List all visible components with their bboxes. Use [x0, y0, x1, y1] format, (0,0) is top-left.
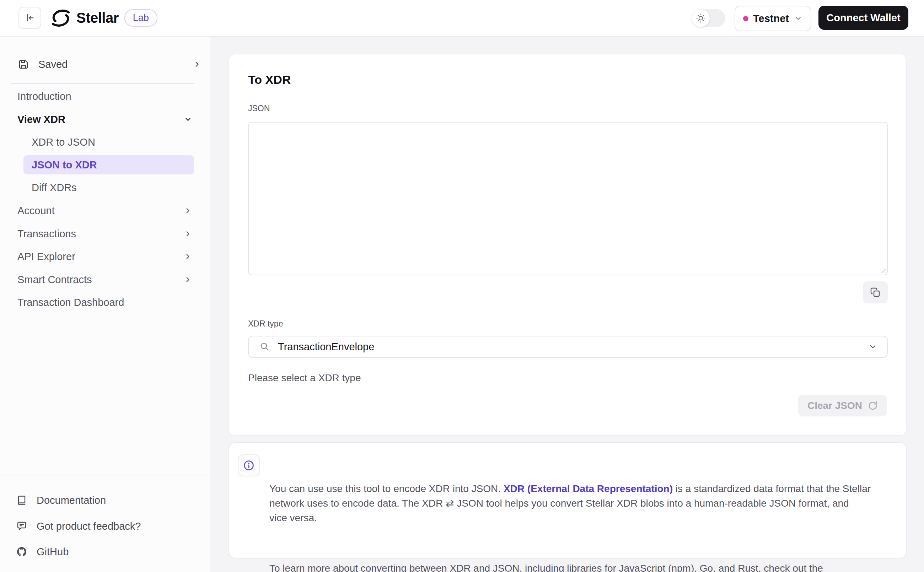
- brand[interactable]: Stellar Lab: [51, 0, 157, 36]
- sidebar-link-feedback[interactable]: Got product feedback?: [0, 515, 210, 537]
- sidebar-item-saved[interactable]: Saved: [9, 53, 202, 75]
- sidebar-item-label: Diff XDRs: [32, 182, 77, 194]
- sidebar-item-account[interactable]: Account: [0, 199, 210, 222]
- sidebar-link-label: GitHub: [37, 546, 68, 558]
- lab-badge: Lab: [124, 9, 157, 26]
- chat-bubble-icon: [16, 521, 27, 532]
- sidebar-item-smart-contracts[interactable]: Smart Contracts: [0, 268, 210, 291]
- copy-icon: [870, 287, 881, 298]
- theme-toggle[interactable]: [692, 9, 725, 27]
- sun-icon: [695, 13, 706, 23]
- network-status-dot: [743, 16, 748, 21]
- xdr-type-combobox[interactable]: TransactionEnvelope: [248, 336, 888, 358]
- floppy-disk-icon: [18, 59, 29, 70]
- chevron-down-icon: [793, 14, 803, 23]
- active-nav-pill: JSON to XDR: [23, 155, 194, 174]
- chevron-right-icon: [184, 275, 193, 284]
- helper-text: Please select a XDR type: [248, 372, 361, 384]
- theme-toggle-knob: [692, 9, 710, 27]
- json-field-label: JSON: [248, 104, 270, 113]
- chevron-right-icon: [184, 229, 193, 238]
- chevron-right-icon: [193, 60, 202, 69]
- main-content: To XDR JSON XDR type TransactionEnvelope: [210, 36, 924, 572]
- sidebar-item-label: Account: [17, 205, 55, 217]
- header: Stellar Lab Testnet Connect Wallet: [0, 0, 924, 37]
- link-xdr-external-data-representation[interactable]: XDR (External Data Representation): [504, 483, 673, 494]
- info-icon-box: [238, 454, 260, 476]
- collapse-left-icon: [24, 12, 36, 23]
- connect-wallet-button[interactable]: Connect Wallet: [818, 6, 908, 30]
- sidebar-item-label: Smart Contracts: [17, 274, 92, 286]
- network-label: Testnet: [753, 13, 789, 25]
- chevron-down-icon[interactable]: [868, 342, 878, 352]
- sidebar-link-documentation[interactable]: Documentation: [0, 489, 210, 511]
- network-selector[interactable]: Testnet: [734, 6, 811, 31]
- to-xdr-card: To XDR JSON XDR type TransactionEnvelope: [229, 54, 907, 435]
- info-paragraph-2: To learn more about converting between X…: [269, 561, 900, 572]
- sidebar-item-view-xdr[interactable]: View XDR: [0, 108, 210, 131]
- xdr-type-value: TransactionEnvelope: [278, 341, 374, 353]
- sidebar-item-label: XDR to JSON: [32, 137, 95, 148]
- book-icon: [16, 494, 27, 506]
- sidebar-item-label: Transaction Dashboard: [17, 297, 124, 308]
- sidebar-footer-divider: [0, 475, 210, 476]
- page-title: To XDR: [248, 73, 291, 87]
- chevron-right-icon: [184, 252, 193, 261]
- xdr-type-label: XDR type: [248, 319, 283, 329]
- sidebar-item-label: JSON to XDR: [32, 159, 97, 171]
- clear-json-button[interactable]: Clear JSON: [798, 395, 887, 417]
- chevron-down-icon: [184, 115, 193, 124]
- chevron-right-icon: [184, 206, 193, 215]
- sidebar-item-api-explorer[interactable]: API Explorer: [0, 245, 210, 268]
- sidebar-link-label: Documentation: [37, 494, 106, 506]
- sidebar-item-transaction-dashboard[interactable]: Transaction Dashboard: [0, 291, 210, 314]
- info-card: You can use use this tool to encode XDR …: [229, 442, 907, 558]
- sidebar-item-label: Transactions: [17, 228, 76, 240]
- info-paragraph-1: You can use use this tool to encode XDR …: [269, 482, 900, 525]
- github-icon: [16, 546, 27, 557]
- info-circle-icon: [243, 459, 255, 472]
- clear-json-label: Clear JSON: [807, 400, 862, 412]
- sidebar-item-xdr-to-json[interactable]: XDR to JSON: [0, 131, 210, 154]
- brand-name: Stellar: [76, 10, 119, 26]
- copy-button[interactable]: [863, 281, 888, 303]
- stellar-logo-icon: [51, 8, 71, 28]
- sidebar: Saved Introduction View XDR XDR to JSON …: [0, 36, 211, 572]
- sidebar-item-label: Introduction: [17, 90, 72, 102]
- search-icon: [260, 342, 270, 352]
- stellar-lab-app: Stellar Lab Testnet Connect Wallet: [0, 0, 924, 572]
- json-input-textarea[interactable]: [248, 122, 888, 275]
- collapse-sidebar-button[interactable]: [19, 7, 41, 29]
- sidebar-item-introduction[interactable]: Introduction: [0, 85, 210, 108]
- sidebar-item-label: API Explorer: [17, 251, 75, 263]
- sidebar-link-github[interactable]: GitHub: [0, 541, 210, 563]
- sidebar-item-label: View XDR: [17, 114, 65, 126]
- sidebar-link-label: Got product feedback?: [37, 521, 141, 532]
- sidebar-item-label: Saved: [38, 59, 184, 70]
- sidebar-item-transactions[interactable]: Transactions: [0, 222, 210, 245]
- sidebar-divider: [11, 83, 194, 84]
- sidebar-item-json-to-xdr[interactable]: JSON to XDR: [0, 154, 210, 176]
- sidebar-item-diff-xdrs[interactable]: Diff XDRs: [0, 176, 210, 199]
- refresh-icon: [868, 401, 878, 411]
- info-text: You can use use this tool to encode XDR …: [269, 452, 900, 572]
